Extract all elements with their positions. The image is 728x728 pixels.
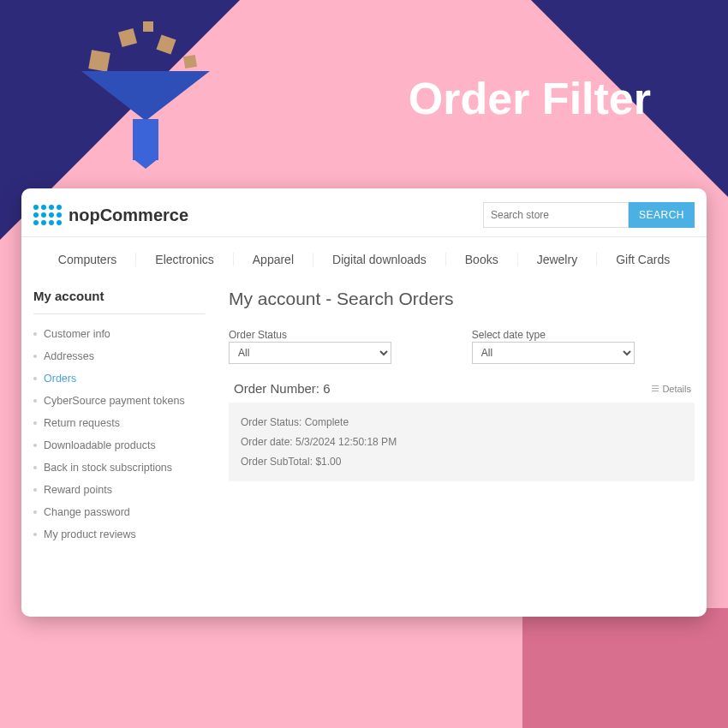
order-status-label: Order Status xyxy=(229,329,287,341)
sidebar-item-customer-info[interactable]: Customer info xyxy=(33,323,205,345)
search-form: SEARCH xyxy=(483,202,695,228)
order-number: Order Number: 6 xyxy=(234,381,331,396)
order-status-line: Order Status: Complete xyxy=(241,413,683,433)
search-button[interactable]: SEARCH xyxy=(629,202,695,228)
details-link[interactable]: Details xyxy=(652,384,691,394)
sidebar-title: My account xyxy=(33,289,205,303)
nav-jewelry[interactable]: Jewelry xyxy=(517,253,596,266)
sidebar-item-downloadable[interactable]: Downloadable products xyxy=(33,434,205,456)
filter-date-type: Select date type All xyxy=(472,326,695,364)
app-window: nopCommerce SEARCH Computers Electronics… xyxy=(21,188,707,617)
logo-dots-icon xyxy=(33,205,62,225)
nav-books[interactable]: Books xyxy=(445,253,517,266)
sidebar-divider xyxy=(33,313,205,314)
search-input[interactable] xyxy=(483,202,629,228)
sidebar-item-orders[interactable]: Orders xyxy=(33,367,205,390)
order-date-line: Order date: 5/3/2024 12:50:18 PM xyxy=(241,433,683,452)
logo-text: nopCommerce xyxy=(69,206,188,225)
sidebar-item-return-requests[interactable]: Return requests xyxy=(33,412,205,434)
logo[interactable]: nopCommerce xyxy=(33,205,188,225)
details-label: Details xyxy=(662,384,691,394)
sidebar-item-reward-points[interactable]: Reward points xyxy=(33,479,205,501)
nav-gift-cards[interactable]: Gift Cards xyxy=(596,253,689,266)
sidebar-item-change-password[interactable]: Change password xyxy=(33,501,205,523)
filter-row: Order Status All Select date type All xyxy=(229,326,695,364)
order-card: Order Status: Complete Order date: 5/3/2… xyxy=(229,403,695,481)
logo-text-1: nop xyxy=(69,206,100,224)
header-bar: nopCommerce SEARCH xyxy=(33,199,695,236)
order-header: Order Number: 6 Details xyxy=(229,378,695,403)
nav-apparel[interactable]: Apparel xyxy=(233,253,313,266)
order-subtotal-line: Order SubTotal: $1.00 xyxy=(241,452,683,472)
nav-electronics[interactable]: Electronics xyxy=(135,253,232,266)
date-type-select[interactable]: All xyxy=(472,342,635,364)
list-icon xyxy=(652,385,659,391)
page-headline: Order Filter xyxy=(409,73,651,124)
sidebar-item-back-in-stock[interactable]: Back in stock subscriptions xyxy=(33,456,205,479)
order-status-select[interactable]: All xyxy=(229,342,391,364)
nav-digital-downloads[interactable]: Digital downloads xyxy=(313,253,445,266)
sidebar-item-cybersource[interactable]: CyberSource payment tokens xyxy=(33,390,205,412)
filter-order-status: Order Status All xyxy=(229,326,438,364)
sidebar-item-addresses[interactable]: Addresses xyxy=(33,345,205,367)
pink-shadow-shape xyxy=(522,608,728,728)
main-content: My account - Search Orders Order Status … xyxy=(229,289,695,546)
nav-computers[interactable]: Computers xyxy=(39,253,135,266)
page-title: My account - Search Orders xyxy=(229,289,695,309)
logo-text-2: Commerce xyxy=(100,206,188,224)
date-type-label: Select date type xyxy=(472,329,546,341)
top-nav: Computers Electronics Apparel Digital do… xyxy=(33,237,695,282)
sidebar: My account Customer info Addresses Order… xyxy=(33,289,205,546)
sidebar-item-my-reviews[interactable]: My product reviews xyxy=(33,523,205,546)
